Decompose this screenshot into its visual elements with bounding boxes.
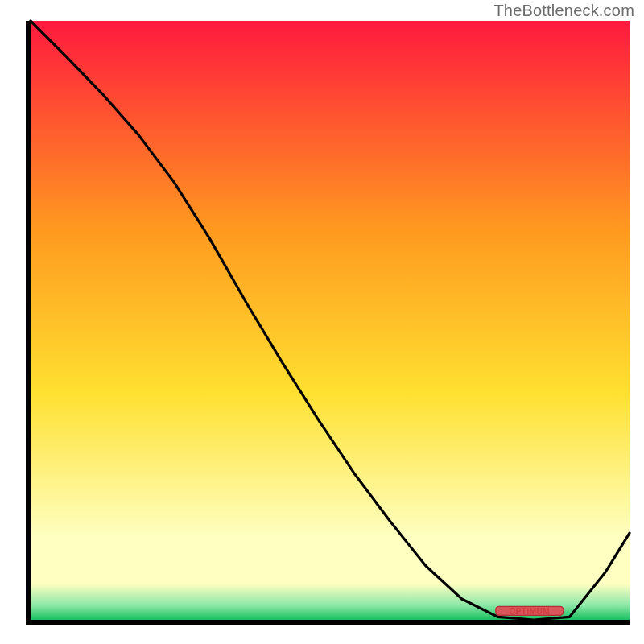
optimum-label: OPTIMUM — [509, 606, 550, 615]
plot-area: OPTIMUM — [31, 21, 630, 620]
axis-y — [26, 21, 31, 625]
watermark-text: TheBottleneck.com — [493, 2, 634, 20]
axis-x — [26, 620, 630, 625]
optimum-marker — [31, 21, 630, 620]
chart-canvas: TheBottleneck.com OPTIMUM — [0, 0, 644, 644]
